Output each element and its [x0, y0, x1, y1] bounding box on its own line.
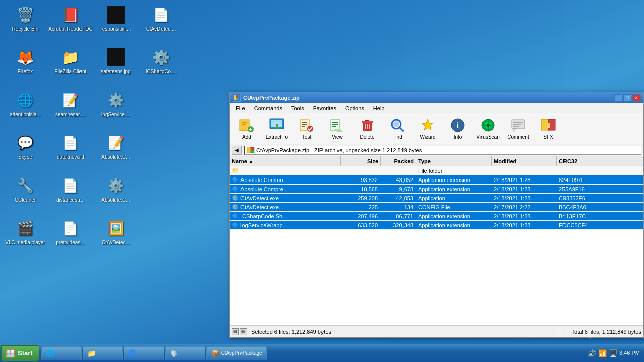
menu-options[interactable]: Options: [341, 104, 368, 112]
vlc-label: VLC media player: [5, 240, 45, 246]
toolbar-sfx-button[interactable]: SFX: [534, 115, 563, 143]
file-packed-cell: 86,771: [381, 213, 416, 220]
desktop-icon-firefox[interactable]: 🦊 Firefox: [3, 45, 48, 88]
minimize-button[interactable]: _: [614, 94, 622, 101]
toolbar-view-button[interactable]: View: [323, 115, 352, 143]
desktop-icon-ctavdetec2[interactable]: 🖼️ CtAvDetec...: [93, 216, 138, 259]
menu-favorites[interactable]: Favorites: [309, 104, 340, 112]
desktop-icon-dateknow[interactable]: 📄 dateknow.rtf: [48, 131, 93, 173]
filelist-rows: 📁 .. File folder 🔷 Absolute.Commo...: [230, 166, 643, 325]
file-size-cell: 93,832: [341, 176, 381, 184]
desktop-icon-absolutec[interactable]: 📝 Absolute.C...: [93, 131, 138, 173]
toolbar-delete-button[interactable]: Delete: [353, 115, 382, 143]
file-type-cell: CONFIG File: [416, 204, 492, 211]
network-tray-icon[interactable]: 📶: [598, 349, 607, 357]
maximize-button[interactable]: □: [623, 94, 631, 101]
desktop-icon-searchesar[interactable]: 📝 searchesar....: [48, 88, 93, 131]
taskbar-task-ie[interactable]: 🌐: [41, 346, 82, 360]
svg-rect-16: [332, 122, 338, 123]
file-dll3-icon: 🔷: [232, 222, 239, 229]
col-header-type[interactable]: Type: [416, 156, 492, 166]
desktop-icon-safeteens[interactable]: safeteens.jpg: [93, 45, 138, 88]
file-size-cell: 225: [341, 204, 381, 211]
col-header-size[interactable]: Size: [341, 156, 381, 166]
desktop-icon-absolutec2[interactable]: ⚙️ Absolute.C...: [93, 173, 138, 216]
toolbar-virusscan-button[interactable]: VirusScan: [473, 115, 503, 143]
file-packed-cell: [381, 170, 416, 171]
file-name-cell: 🔷 logServiceWrapp...: [230, 221, 341, 229]
status-left: Selected 6 files, 1,212,849 bytes: [251, 329, 572, 335]
desktop-icon-responsibility[interactable]: responsibili....: [93, 3, 138, 45]
desktop-icon-acrobat[interactable]: 📕 Acrobat Reader DC: [48, 3, 93, 45]
desktop-icon-ctavdetect[interactable]: 📄 CtAvDetec....: [138, 3, 184, 45]
desktop-icon-attentionisla[interactable]: 🌐 attentionisla...: [3, 88, 48, 131]
table-row[interactable]: 📁 .. File folder: [230, 166, 643, 175]
toolbar: Add Extract To: [230, 113, 643, 144]
ie-taskbar-icon: 🌐: [46, 349, 54, 357]
toolbar-extract-button[interactable]: Extract To: [262, 115, 291, 143]
volume-tray-icon[interactable]: 🔊: [588, 349, 596, 357]
file-name-cell: 📁 ..: [230, 167, 341, 175]
delete-icon: [359, 117, 375, 133]
table-row[interactable]: ⚙️ CtAvDetect.exe.... 225 134 CONFIG Fil…: [230, 203, 643, 212]
col-header-modified[interactable]: Modified: [492, 156, 557, 166]
taskbar-task-chrome[interactable]: 🌀: [124, 346, 164, 360]
status-icon-2: ▤: [240, 328, 247, 335]
toolbar-info-button[interactable]: i Info: [443, 115, 472, 143]
toolbar-find-button[interactable]: Find: [383, 115, 412, 143]
desktop-icon-vlc[interactable]: 🎬 VLC media player: [3, 216, 48, 259]
desktop-icon-filezilla[interactable]: 📁 FileZilla Client: [48, 45, 93, 88]
toolbar-test-button[interactable]: Test: [292, 115, 321, 143]
toolbar-comment-button[interactable]: Comment: [504, 115, 533, 143]
close-button[interactable]: ✕: [632, 94, 640, 101]
delete-label: Delete: [360, 134, 375, 140]
taskbar-task-winrar[interactable]: 📦 CtAvpPrvPackage: [206, 346, 267, 360]
table-row[interactable]: 🔷 ICSharpCode.Sh... 207,496 86,771 Appli…: [230, 212, 643, 221]
file-packed-cell: 42,053: [381, 195, 416, 202]
system-tray: 🔊 📶 🖥️ 3:46 PM: [584, 349, 644, 357]
col-header-packed[interactable]: Packed: [381, 156, 416, 166]
table-row[interactable]: 🔷 logServiceWrapp... 633,520 320,348 App…: [230, 221, 643, 230]
comment-icon: [510, 117, 526, 133]
taskbar-task-explorer[interactable]: 📁: [83, 346, 123, 360]
responsibility-icon: [106, 5, 126, 25]
toolbar-add-button[interactable]: Add: [232, 115, 261, 143]
safeteens-icon: [106, 47, 126, 67]
add-icon: [238, 117, 255, 133]
file-modified-cell: 2/17/2021 2:22...: [492, 204, 557, 211]
col-header-crc[interactable]: CRC32: [557, 156, 602, 166]
status-icons: ▤ ▤: [232, 328, 247, 335]
view-label: View: [332, 134, 343, 140]
back-button[interactable]: ◀: [232, 146, 242, 155]
menu-file[interactable]: File: [232, 104, 249, 112]
taskbar-task-avast[interactable]: 🛡️: [165, 346, 205, 360]
desktop-icon-ccleaner[interactable]: 🔧 CCleaner: [3, 173, 48, 216]
desktop-icon-icsharp[interactable]: ⚙️ ICSharpCo....: [138, 45, 184, 88]
file-name-cell: 🔷 Absolute.Commo...: [230, 176, 341, 184]
menu-help[interactable]: Help: [369, 104, 389, 112]
table-row[interactable]: 🔷 Absolute.Commo... 93,832 43,052 Applic…: [230, 175, 643, 185]
toolbar-wizard-button[interactable]: Wizard: [413, 115, 442, 143]
icsharp-label: ICSharpCo....: [146, 69, 177, 75]
table-row[interactable]: ⚙️ CtAvDetect.exe 259,208 42,053 Applica…: [230, 194, 643, 203]
ctavdetec2-icon: 🖼️: [106, 218, 126, 238]
extract-label: Extract To: [266, 134, 288, 140]
monitor-tray-icon[interactable]: 🖥️: [609, 349, 617, 357]
dateknow-icon: 📄: [60, 133, 80, 153]
menu-commands[interactable]: Commands: [250, 104, 286, 112]
table-row[interactable]: 🔷 Absolute.Compre... 18,568 9,678 Applic…: [230, 185, 643, 194]
desktop-icon-skype[interactable]: 💬 Skype: [3, 131, 48, 173]
start-button[interactable]: 🪟 Start: [1, 345, 39, 361]
desktop-icon-prettyideas[interactable]: 📄 prettyideas...: [48, 216, 93, 259]
desktop-icon-recycle-bin[interactable]: 🗑️ Recycle Bin: [3, 3, 48, 45]
desktop-icon-logservice[interactable]: ⚙️ logService....: [93, 88, 138, 131]
prettyideas-label: prettyideas...: [56, 240, 85, 246]
system-clock: 3:46 PM: [619, 349, 640, 356]
winrar-window: CtAvpPrvPackage.zip _ □ ✕ File Commands …: [229, 92, 644, 338]
file-name-cell: ⚙️ CtAvDetect.exe: [230, 194, 341, 202]
desktop-icon-distancesu[interactable]: 📄 distancesu...: [48, 173, 93, 216]
extract-icon: [269, 117, 285, 133]
col-header-name[interactable]: Name ▲: [230, 156, 341, 166]
menu-tools[interactable]: Tools: [287, 104, 308, 112]
vlc-icon: 🎬: [15, 218, 35, 238]
